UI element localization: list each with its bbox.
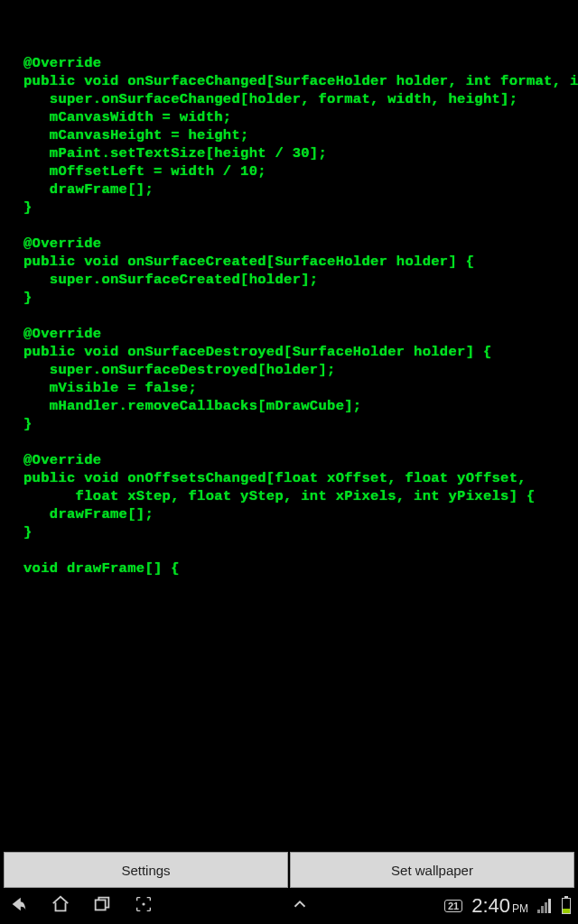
code-line: @Override (23, 54, 578, 72)
code-line: mCanvasHeight = height; (23, 126, 578, 144)
code-line: public void onOffsetsChanged[float xOffs… (23, 469, 578, 487)
code-line: void drawFrame[] { (23, 559, 578, 578)
code-line: public void onSurfaceDestroyed[SurfaceHo… (23, 343, 578, 361)
code-line: super.onSurfaceChanged[holder, format, w… (23, 90, 578, 108)
action-button-bar: Settings Set wallpaper (0, 852, 578, 888)
code-line: float xStep, float yStep, int xPixels, i… (23, 487, 578, 505)
code-line: drawFrame[]; (23, 180, 578, 199)
code-line: } (23, 523, 578, 541)
code-line: mVisible = false; (23, 379, 578, 397)
code-line: @Override (23, 325, 578, 343)
back-icon[interactable] (7, 894, 31, 918)
code-line: drawFrame[]; (23, 505, 578, 523)
code-line: @Override (23, 451, 578, 469)
code-display: @Overridepublic void onSurfaceChanged[Su… (23, 54, 578, 578)
code-line: mCanvasWidth = width; (23, 108, 578, 126)
settings-button[interactable]: Settings (4, 852, 288, 888)
screenshot-icon[interactable] (132, 894, 155, 918)
code-line: super.onSurfaceDestroyed[holder]; (23, 361, 578, 379)
signal-icon (537, 899, 551, 913)
code-line: mHandler.removeCallbacks[mDrawCube]; (23, 397, 578, 415)
home-icon[interactable] (49, 894, 72, 918)
code-line (23, 541, 578, 559)
code-line: public void onSurfaceCreated[SurfaceHold… (23, 253, 578, 271)
code-line (23, 217, 578, 235)
code-line: } (23, 199, 578, 217)
expand-up-icon[interactable] (288, 894, 312, 918)
code-line: mPaint.setTextSize[height / 30]; (23, 144, 578, 162)
wallpaper-preview: @Overridepublic void onSurfaceChanged[Su… (0, 0, 578, 852)
code-line: } (23, 415, 578, 433)
code-line: } (23, 289, 578, 307)
code-line (23, 433, 578, 451)
recent-apps-icon[interactable] (90, 894, 114, 918)
code-line: mOffsetLeft = width / 10; (23, 162, 578, 180)
code-line: super.onSurfaceCreated[holder]; (23, 271, 578, 289)
navigation-bar: 21 2:40PM (0, 888, 578, 924)
set-wallpaper-button[interactable]: Set wallpaper (290, 852, 574, 888)
clock: 2:40PM (471, 894, 528, 918)
code-line (23, 307, 578, 325)
code-line: @Override (23, 235, 578, 253)
svg-rect-0 (96, 900, 106, 910)
code-line: public void onSurfaceChanged[SurfaceHold… (23, 72, 578, 90)
date-badge: 21 (444, 900, 462, 912)
svg-point-1 (143, 903, 144, 905)
battery-icon (562, 898, 571, 914)
